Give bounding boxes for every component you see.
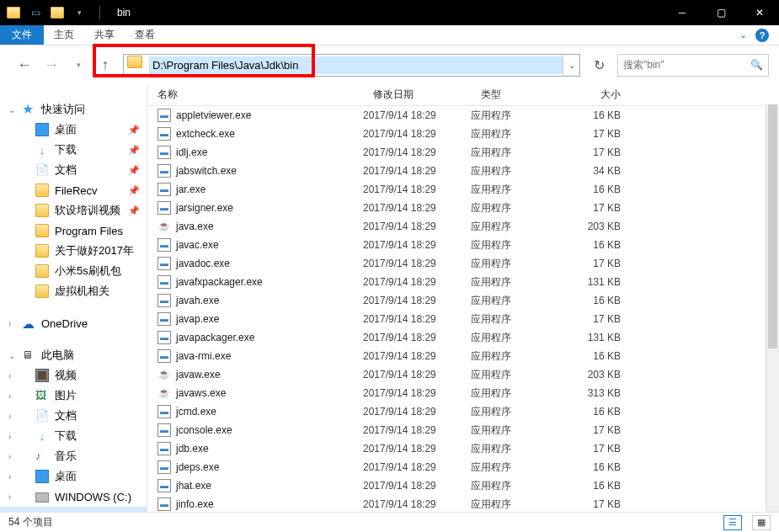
properties-icon[interactable]: ▭	[29, 6, 42, 19]
sidebar-item[interactable]: 桌面📌	[0, 120, 147, 140]
col-type[interactable]: 类型	[471, 88, 570, 102]
refresh-button[interactable]: ↻	[589, 55, 609, 75]
col-name[interactable]: 名称	[147, 88, 363, 102]
sidebar-item-label: 软设培训视频	[55, 203, 120, 218]
file-row[interactable]: jarsigner.exe2017/9/14 18:29应用程序17 KB	[147, 199, 779, 217]
file-type: 应用程序	[471, 257, 570, 271]
tab-view[interactable]: 查看	[125, 25, 165, 45]
sidebar-item[interactable]: Program Files	[0, 221, 147, 241]
search-icon[interactable]: 🔍	[750, 59, 763, 71]
address-dropdown-icon[interactable]: ⌄	[563, 55, 579, 76]
sidebar-item[interactable]: 软设培训视频📌	[0, 200, 147, 221]
file-row[interactable]: jdeps.exe2017/9/14 18:29应用程序16 KB	[147, 458, 779, 476]
file-row[interactable]: appletviewer.exe2017/9/14 18:29应用程序16 KB	[147, 106, 779, 125]
expand-icon[interactable]: ›	[8, 452, 11, 461]
expand-icon[interactable]: ⌄	[8, 105, 15, 114]
expand-icon[interactable]: ›	[8, 472, 11, 481]
sidebar-onedrive[interactable]: › ☁ OneDrive	[0, 313, 147, 333]
file-date: 2017/9/14 18:29	[363, 184, 471, 195]
expand-icon[interactable]: ›	[8, 371, 11, 380]
file-row[interactable]: javaws.exe2017/9/14 18:29应用程序313 KB	[147, 384, 779, 402]
sidebar-item[interactable]: ›WINDOWS (C:)	[0, 487, 147, 507]
file-size: 16 KB	[570, 480, 638, 492]
sidebar-this-pc[interactable]: ⌄ 🖥 此电脑	[0, 345, 147, 365]
file-row[interactable]: javah.exe2017/9/14 18:29应用程序16 KB	[147, 291, 779, 310]
qat-dropdown-icon[interactable]: ▾	[72, 6, 86, 19]
expand-icon[interactable]: ›	[8, 492, 11, 502]
help-icon[interactable]: ?	[755, 29, 769, 42]
file-type: 应用程序	[471, 127, 570, 141]
history-dropdown-icon[interactable]: ▾	[69, 56, 88, 74]
file-list[interactable]: 名称 修改日期 类型 大小 appletviewer.exe2017/9/14 …	[147, 84, 779, 512]
maximize-button[interactable]: ▢	[702, 0, 740, 25]
sidebar-quick-access[interactable]: ⌄ ★ 快速访问	[0, 99, 147, 120]
minimize-button[interactable]: ─	[663, 0, 702, 25]
sidebar-item-label: 关于做好2017年	[55, 243, 134, 258]
sidebar-item[interactable]: ›↓下载	[0, 426, 147, 446]
file-row[interactable]: java-rmi.exe2017/9/14 18:29应用程序16 KB	[147, 347, 779, 365]
sidebar-item[interactable]: 📄文档📌	[0, 160, 147, 180]
address-bar[interactable]: ⌄	[123, 54, 580, 77]
file-date: 2017/9/14 18:29	[363, 165, 471, 177]
file-row[interactable]: idlj.exe2017/9/14 18:29应用程序17 KB	[147, 143, 779, 162]
forward-button[interactable]: →	[42, 56, 61, 74]
sidebar-item[interactable]: 关于做好2017年	[0, 241, 147, 261]
search-input[interactable]	[623, 59, 750, 71]
view-details-button[interactable]: ☰	[723, 515, 742, 530]
file-row[interactable]: jabswitch.exe2017/9/14 18:29应用程序34 KB	[147, 162, 779, 180]
exe-icon	[157, 294, 171, 307]
file-size: 17 KB	[570, 424, 638, 436]
file-date: 2017/9/14 18:29	[363, 461, 471, 473]
sidebar-item[interactable]: ›♪音乐	[0, 446, 147, 466]
col-size[interactable]: 大小	[570, 88, 638, 102]
file-row[interactable]: javap.exe2017/9/14 18:29应用程序17 KB	[147, 310, 779, 328]
file-row[interactable]: jconsole.exe2017/9/14 18:29应用程序17 KB	[147, 421, 779, 439]
file-row[interactable]: jcmd.exe2017/9/14 18:29应用程序16 KB	[147, 402, 779, 421]
expand-icon[interactable]: ›	[8, 432, 11, 441]
up-button[interactable]: ↑	[96, 56, 115, 74]
sidebar-item[interactable]: ›📄文档	[0, 406, 147, 426]
sidebar-item[interactable]: ›视频	[0, 365, 147, 386]
scrollbar[interactable]	[766, 104, 779, 512]
file-row[interactable]: javadoc.exe2017/9/14 18:29应用程序17 KB	[147, 254, 779, 273]
navigation-pane[interactable]: ⌄ ★ 快速访问 桌面📌↓下载📌📄文档📌FileRecv📌软设培训视频📌Prog…	[0, 84, 147, 512]
ribbon-expand-icon[interactable]: ⌄	[739, 29, 747, 40]
file-row[interactable]: extcheck.exe2017/9/14 18:29应用程序17 KB	[147, 125, 779, 143]
file-name: jarsigner.exe	[176, 202, 233, 214]
pin-icon: 📌	[128, 185, 140, 196]
view-icons-button[interactable]: ▦	[752, 515, 771, 530]
address-input[interactable]	[149, 56, 563, 74]
tab-share[interactable]: 共享	[84, 25, 125, 45]
col-date[interactable]: 修改日期	[363, 88, 471, 102]
file-row[interactable]: jinfo.exe2017/9/14 18:29应用程序17 KB	[147, 495, 779, 512]
file-row[interactable]: jhat.exe2017/9/14 18:29应用程序16 KB	[147, 476, 779, 495]
sidebar-item[interactable]: 小米5s刷机包	[0, 261, 147, 281]
file-row[interactable]: jar.exe2017/9/14 18:29应用程序16 KB	[147, 180, 779, 199]
tab-home[interactable]: 主页	[44, 25, 84, 45]
file-tab[interactable]: 文件	[0, 25, 44, 45]
back-button[interactable]: ←	[15, 56, 34, 74]
sidebar-item[interactable]: 虚拟机相关	[0, 281, 147, 301]
file-date: 2017/9/14 18:29	[363, 258, 471, 269]
file-date: 2017/9/14 18:29	[363, 332, 471, 343]
sidebar-item[interactable]: ›🖼图片	[0, 386, 147, 406]
file-row[interactable]: javafxpackager.exe2017/9/14 18:29应用程序131…	[147, 273, 779, 291]
expand-icon[interactable]: ›	[8, 412, 11, 421]
close-button[interactable]: ✕	[740, 0, 779, 25]
file-row[interactable]: jdb.exe2017/9/14 18:29应用程序17 KB	[147, 439, 779, 458]
search-box[interactable]: 🔍	[617, 54, 769, 77]
sidebar-item[interactable]: ›桌面	[0, 466, 147, 487]
file-name: javapackager.exe	[176, 332, 254, 343]
new-folder-icon[interactable]	[51, 6, 64, 19]
expand-icon[interactable]: ›	[8, 391, 11, 401]
file-name: javaw.exe	[176, 369, 221, 380]
sidebar-item[interactable]: ↓下载📌	[0, 140, 147, 160]
expand-icon[interactable]: ›	[8, 319, 11, 328]
file-row[interactable]: javaw.exe2017/9/14 18:29应用程序203 KB	[147, 365, 779, 384]
file-row[interactable]: java.exe2017/9/14 18:29应用程序203 KB	[147, 217, 779, 236]
sidebar-item[interactable]: FileRecv📌	[0, 180, 147, 200]
file-row[interactable]: javac.exe2017/9/14 18:29应用程序16 KB	[147, 236, 779, 254]
sidebar-item-label: 下载	[55, 428, 77, 444]
expand-icon[interactable]: ⌄	[8, 351, 15, 360]
file-row[interactable]: javapackager.exe2017/9/14 18:29应用程序131 K…	[147, 328, 779, 347]
